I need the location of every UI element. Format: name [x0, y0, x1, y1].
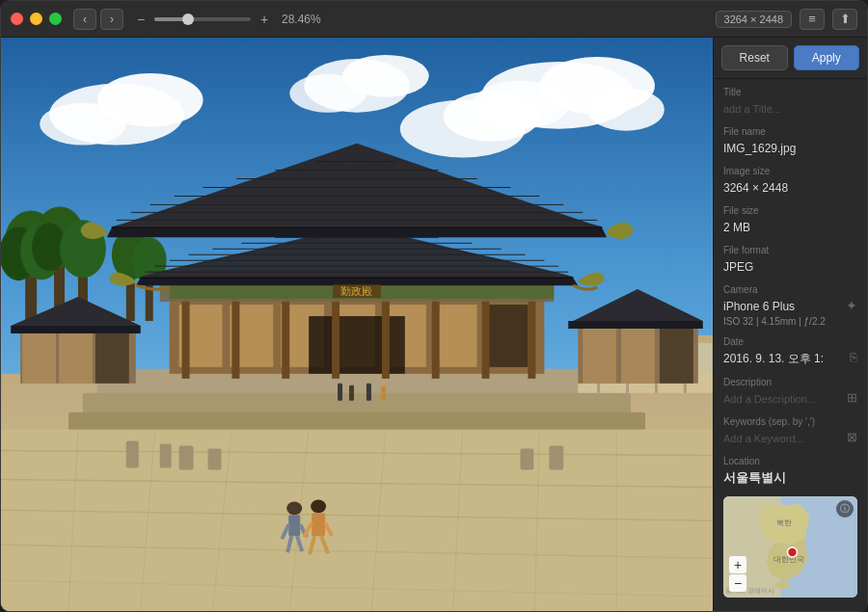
svg-rect-121 — [160, 444, 172, 468]
main-content: 勤政殿 — [1, 38, 867, 611]
svg-rect-118 — [179, 446, 194, 470]
title-label: Title — [723, 87, 857, 97]
svg-rect-123 — [520, 449, 533, 470]
svg-marker-82 — [107, 227, 607, 237]
map-info-button[interactable]: ⓘ — [836, 500, 854, 518]
zoom-slider-track[interactable] — [154, 17, 251, 21]
svg-rect-105 — [660, 329, 693, 384]
svg-rect-126 — [366, 384, 371, 401]
zoom-minus-button[interactable]: − — [133, 12, 149, 27]
map-zoom-in-button[interactable]: + — [729, 556, 746, 573]
right-panel: Reset Apply Title add a Title... File na… — [713, 38, 867, 611]
svg-rect-122 — [549, 446, 563, 470]
imagesize-value: 3264 × 2448 — [723, 181, 788, 195]
titlebar: ‹ › − + 28.46% 3264 × 2448 ≡ ⬆ — [1, 1, 867, 38]
map-zoom-out-button[interactable]: − — [729, 574, 746, 592]
svg-rect-107 — [288, 515, 300, 536]
camera-value: iPhone 6 Plus — [723, 300, 795, 313]
panel-toolbar: Reset Apply — [714, 38, 867, 79]
zoom-percent-label: 28.46% — [282, 13, 321, 26]
svg-text:북한: 북한 — [776, 519, 792, 527]
svg-rect-96 — [11, 326, 141, 333]
svg-rect-124 — [338, 384, 342, 401]
description-icon[interactable]: ⊞ — [847, 390, 857, 405]
svg-point-7 — [40, 103, 126, 146]
svg-rect-125 — [349, 386, 354, 401]
description-label: Description — [723, 377, 816, 387]
svg-rect-30 — [1, 430, 713, 611]
zoom-plus-button[interactable]: + — [257, 12, 272, 27]
maximize-button[interactable] — [49, 13, 62, 25]
date-label: Date — [723, 336, 824, 347]
close-button[interactable] — [11, 13, 23, 25]
menu-button[interactable]: ≡ — [800, 9, 825, 30]
fileformat-label: File format — [723, 245, 857, 255]
svg-rect-65 — [482, 297, 490, 379]
svg-rect-113 — [312, 513, 325, 536]
camera-row: Camera iPhone 6 Plus ISO 32 | 4.15mm | ƒ… — [723, 284, 857, 327]
keywords-icon[interactable]: ⊠ — [847, 430, 857, 444]
image-area: 勤政殿 — [1, 38, 713, 611]
date-value: 2016. 9. 13. 오후 1: — [723, 352, 824, 365]
location-row: Location 서울특별시 — [723, 456, 857, 487]
svg-marker-71 — [136, 278, 578, 285]
svg-rect-97 — [22, 333, 56, 384]
svg-rect-103 — [583, 329, 616, 384]
filesize-value: 2 MB — [723, 221, 750, 234]
minimize-button[interactable] — [30, 13, 42, 25]
camera-label: Camera — [723, 284, 826, 295]
palace-photo: 勤政殿 — [1, 38, 713, 611]
svg-rect-58 — [309, 316, 405, 374]
keywords-placeholder[interactable]: Add a Keyword... — [723, 433, 804, 444]
description-row: Description Add a Description... ⊞ — [723, 377, 857, 407]
svg-rect-56 — [434, 305, 477, 367]
svg-rect-99 — [95, 333, 129, 384]
filename-value: IMG_1629.jpg — [723, 142, 796, 155]
svg-rect-104 — [621, 329, 655, 384]
titlebar-right: 3264 × 2448 ≡ ⬆ — [716, 9, 857, 30]
title-placeholder[interactable]: add a Title... — [723, 103, 781, 115]
svg-rect-57 — [485, 305, 529, 367]
nav-buttons: ‹ › — [73, 9, 123, 30]
fileformat-row: File format JPEG — [723, 245, 857, 275]
svg-rect-60 — [231, 297, 239, 379]
svg-rect-98 — [59, 333, 93, 384]
image-dimensions-badge: 3264 × 2448 — [716, 11, 792, 28]
svg-rect-66 — [528, 297, 535, 379]
date-copy-icon[interactable]: ⎘ — [850, 350, 857, 364]
svg-rect-127 — [381, 386, 386, 401]
svg-point-12 — [444, 92, 540, 142]
svg-point-136 — [775, 581, 791, 589]
description-placeholder[interactable]: Add a Description... — [723, 393, 816, 405]
location-value: 서울특별시 — [723, 470, 786, 485]
share-button[interactable]: ⬆ — [832, 9, 857, 30]
svg-point-106 — [286, 501, 302, 515]
imagesize-label: Image size — [723, 166, 857, 176]
filesize-label: File size — [723, 205, 857, 216]
keywords-label: Keywords (sep. by ',') — [723, 416, 847, 427]
title-row: Title add a Title... — [723, 87, 857, 117]
imagesize-row: Image size 3264 × 2448 — [723, 166, 857, 196]
scene-svg: 勤政殿 — [1, 38, 713, 611]
svg-rect-120 — [126, 441, 139, 468]
filesize-row: File size 2 MB — [723, 205, 857, 235]
svg-point-4 — [587, 89, 665, 131]
camera-sub: ISO 32 | 4.15mm | ƒ/2.2 — [723, 316, 826, 327]
reset-button[interactable]: Reset — [721, 45, 788, 70]
nav-fwd-button[interactable]: › — [100, 9, 123, 30]
svg-rect-59 — [182, 297, 190, 379]
date-row: Date 2016. 9. 13. 오후 1: ⎘ — [723, 336, 857, 367]
svg-rect-119 — [208, 449, 222, 470]
zoom-controls: − + 28.46% — [133, 12, 716, 27]
camera-enhance-icon[interactable]: ✦ — [846, 298, 857, 313]
svg-text:대한민국: 대한민국 — [773, 555, 804, 564]
info-section: Title add a Title... File name IMG_1629.… — [714, 79, 867, 611]
svg-rect-64 — [432, 297, 440, 379]
map-zoom-buttons: + − — [729, 556, 746, 592]
nav-back-button[interactable]: ‹ — [73, 9, 96, 30]
apply-button[interactable]: Apply — [794, 45, 860, 70]
map-container[interactable]: 북한 대한민국 로이스 코레이시 ⓘ + − — [723, 496, 857, 598]
svg-rect-63 — [382, 297, 390, 379]
svg-point-135 — [788, 547, 798, 557]
zoom-slider-thumb[interactable] — [182, 13, 194, 25]
